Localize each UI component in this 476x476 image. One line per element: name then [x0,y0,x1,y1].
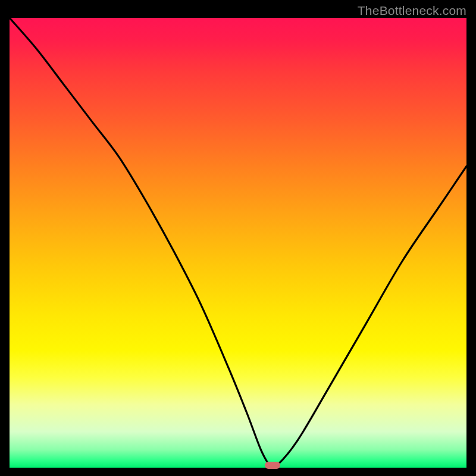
min-marker [265,462,280,469]
chart-frame [10,18,466,468]
plot-area [10,18,466,468]
watermark-text: TheBottleneck.com [358,4,466,18]
bottleneck-curve [10,18,466,468]
